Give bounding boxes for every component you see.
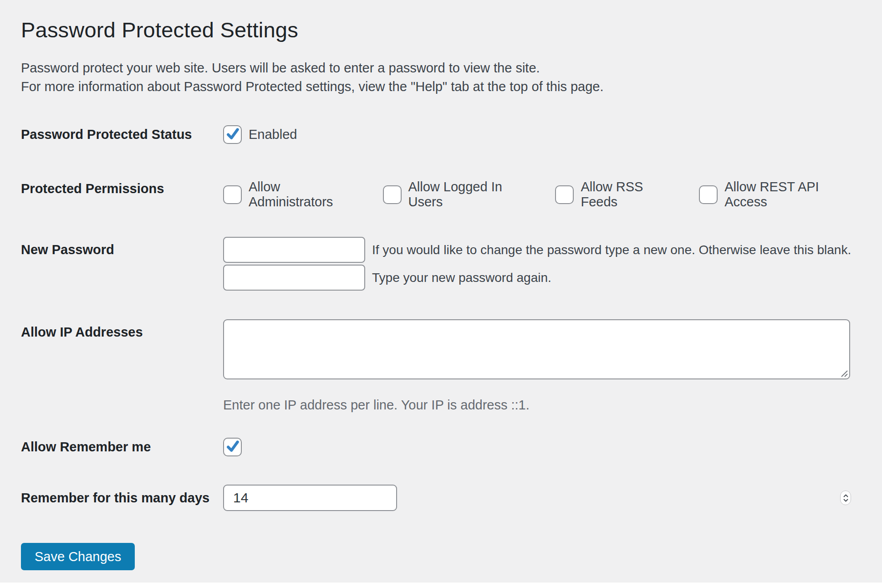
new-password-input[interactable] <box>223 237 365 263</box>
permissions-label: Protected Permissions <box>21 179 223 198</box>
allow-administrators-checkbox[interactable] <box>223 185 242 204</box>
number-stepper[interactable] <box>840 491 851 505</box>
permissions-options: Allow Administrators Allow Logged In Use… <box>223 179 861 210</box>
confirm-password-input[interactable] <box>223 265 365 291</box>
page-intro: Password protect your web site. Users wi… <box>21 59 861 96</box>
remember-me-checkbox[interactable] <box>223 438 242 456</box>
row-new-password: New Password If you would like to change… <box>21 223 861 305</box>
intro-line-2: For more information about Password Prot… <box>21 79 604 94</box>
allow-ip-description: Enter one IP address per line. Your IP i… <box>223 398 861 413</box>
page-bottom-strip <box>0 583 882 588</box>
allow-logged-in-users-checkbox[interactable] <box>383 185 402 204</box>
allow-ip-field: Enter one IP address per line. Your IP i… <box>223 319 861 413</box>
settings-form: Password Protected Status Enabled Protec… <box>21 116 861 511</box>
remember-me-label: Allow Remember me <box>21 438 223 456</box>
row-password-protected-status: Password Protected Status Enabled <box>21 116 861 162</box>
save-changes-button[interactable]: Save Changes <box>21 543 135 570</box>
chevron-down-icon[interactable] <box>843 499 848 502</box>
chevron-up-icon[interactable] <box>843 494 848 497</box>
row-remember-days: Remember for this many days <box>21 470 861 511</box>
remember-days-field <box>223 485 861 511</box>
allow-logged-in-users-label[interactable]: Allow Logged In Users <box>408 179 537 210</box>
checkmark-icon <box>225 127 240 141</box>
intro-line-1: Password protect your web site. Users wi… <box>21 61 540 75</box>
remember-days-label: Remember for this many days <box>21 485 223 511</box>
status-checkbox-label[interactable]: Enabled <box>249 127 297 142</box>
allow-rss-feeds-checkbox[interactable] <box>555 185 574 204</box>
allow-rss-feeds-label[interactable]: Allow RSS Feeds <box>581 179 681 210</box>
allow-rest-api-access-label[interactable]: Allow REST API Access <box>724 179 861 210</box>
row-protected-permissions: Protected Permissions Allow Administrato… <box>21 162 861 223</box>
confirm-password-help: Type your new password again. <box>372 271 551 285</box>
settings-page: Password Protected Settings Password pro… <box>0 0 882 570</box>
allow-ip-label: Allow IP Addresses <box>21 319 223 340</box>
checkmark-icon <box>225 439 240 454</box>
allow-ip-textarea[interactable] <box>223 319 850 379</box>
status-label: Password Protected Status <box>21 125 223 144</box>
remember-days-input[interactable] <box>223 485 397 511</box>
new-password-help: If you would like to change the password… <box>372 243 851 257</box>
allow-rest-api-access-checkbox[interactable] <box>699 185 718 204</box>
page-title: Password Protected Settings <box>21 0 861 41</box>
new-password-fields: If you would like to change the password… <box>223 237 861 291</box>
new-password-label: New Password <box>21 237 223 257</box>
row-allow-remember-me: Allow Remember me <box>21 425 861 470</box>
status-checkbox[interactable] <box>223 125 242 144</box>
allow-administrators-label[interactable]: Allow Administrators <box>249 179 365 210</box>
row-allow-ip-addresses: Allow IP Addresses Enter one IP address … <box>21 305 861 425</box>
